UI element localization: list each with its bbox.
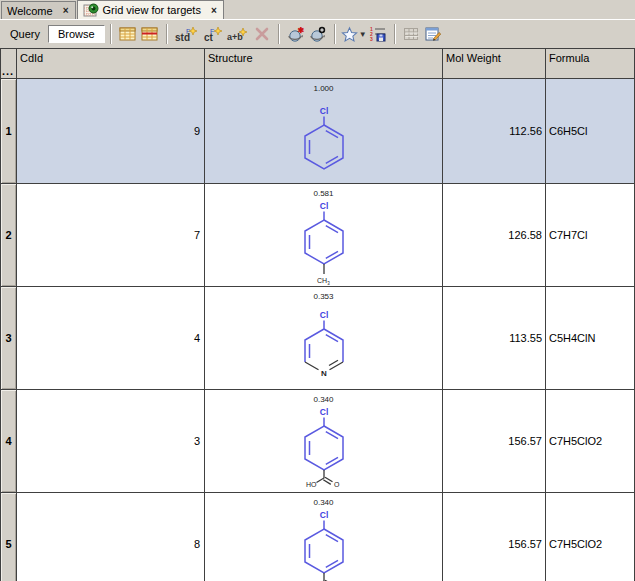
- dropdown-arrow-icon: ▼: [359, 30, 367, 39]
- similarity-value: 0.581: [313, 189, 333, 198]
- structure-cell[interactable]: 0.581 Cl CH3: [205, 184, 443, 287]
- cdid-cell[interactable]: 9: [17, 79, 205, 184]
- cdid-cell[interactable]: 8: [17, 493, 205, 581]
- atom-label-cl: Cl: [319, 407, 328, 417]
- grid-icon-disabled: [401, 23, 423, 45]
- atom-label-ho: HO: [306, 481, 317, 488]
- column-header-cdid[interactable]: CdId: [17, 49, 205, 79]
- structure-cell[interactable]: 1.000 Cl: [205, 79, 443, 184]
- cdid-cell[interactable]: 3: [17, 390, 205, 493]
- toolbar: Query Browse std F ct F a: [0, 20, 635, 49]
- standardize-icon[interactable]: std F: [173, 23, 199, 45]
- molecule-chloropyridine: Cl N: [279, 301, 369, 389]
- atom-label-cl: Cl: [319, 106, 328, 116]
- convert-structure-icon[interactable]: ct F: [199, 23, 225, 45]
- atom-label-o: O: [334, 481, 340, 488]
- delete-icon-disabled: [251, 23, 273, 45]
- table-row: 1 9 1.000 Cl 112.56 C6H5Cl: [1, 79, 635, 184]
- row-selector-1[interactable]: 1: [1, 79, 17, 184]
- tab-welcome-close-icon[interactable]: ×: [63, 5, 69, 16]
- similarity-value: 0.340: [313, 395, 333, 404]
- structure-cell[interactable]: 0.340 Cl HO O: [205, 390, 443, 493]
- edit-form-icon[interactable]: [423, 23, 445, 45]
- mol-weight-cell[interactable]: 113.55: [443, 287, 546, 390]
- molecule-chlorotoluene: Cl CH3: [279, 198, 369, 286]
- save-list-icon[interactable]: 1 2 3: [367, 23, 389, 45]
- table-row: 3 4 0.353 Cl N 113.55 C5H4ClN: [1, 287, 635, 390]
- mol-weight-cell[interactable]: 112.56: [443, 79, 546, 184]
- svg-text:3: 3: [370, 36, 373, 42]
- tab-welcome-label: Welcome: [7, 5, 53, 17]
- tab-welcome[interactable]: Welcome ×: [1, 1, 76, 19]
- formula-cell[interactable]: C5H4ClN: [546, 287, 635, 390]
- similarity-value: 0.353: [313, 292, 333, 301]
- molecule-chlorobenzene: Cl: [279, 93, 369, 183]
- db-refresh-new-icon[interactable]: ✱: [285, 23, 307, 45]
- tab-bar: Welcome × Grid view for targets ×: [0, 0, 635, 20]
- atom-label-cl: Cl: [319, 310, 328, 320]
- atom-label-ch3: CH3: [317, 277, 330, 286]
- table-row: 2 7 0.581 Cl CH3 126.58 C7H7Cl: [1, 184, 635, 287]
- svg-text:F: F: [210, 28, 214, 35]
- db-add-icon[interactable]: [307, 23, 329, 45]
- molecule-chlorobenzoic-acid: Cl HO O: [279, 404, 369, 492]
- grid-view-alt-icon[interactable]: [139, 23, 161, 45]
- toolbar-separator: [278, 24, 280, 44]
- row-selector-5[interactable]: 5: [1, 493, 17, 581]
- row-selector-2[interactable]: 2: [1, 184, 17, 287]
- tab-grid-view-label: Grid view for targets: [103, 4, 201, 16]
- mol-weight-cell[interactable]: 156.57: [443, 390, 546, 493]
- atom-label-n: N: [321, 369, 327, 378]
- formula-cell[interactable]: C7H5ClO2: [546, 493, 635, 581]
- column-header-formula[interactable]: Formula: [546, 49, 635, 79]
- atom-label-cl: Cl: [319, 201, 328, 211]
- combine-ab-icon[interactable]: a+b: [225, 23, 251, 45]
- svg-text:✱: ✱: [297, 26, 304, 35]
- table-row: 4 3 0.340 Cl HO O 156.57 C7H5ClO2: [1, 390, 635, 493]
- similarity-value: 1.000: [313, 84, 333, 93]
- structure-cell[interactable]: 0.340 Cl HO O: [205, 493, 443, 581]
- svg-text:a+b: a+b: [227, 32, 243, 42]
- row-selector-3[interactable]: 3: [1, 287, 17, 390]
- similarity-value: 0.340: [313, 498, 333, 507]
- formula-cell[interactable]: C6H5Cl: [546, 79, 635, 184]
- row-selector-4[interactable]: 4: [1, 390, 17, 493]
- molecule-chlorobenzoic-acid: Cl HO O: [279, 507, 369, 581]
- column-options-button[interactable]: ...: [1, 49, 17, 79]
- atom-label-cl: Cl: [319, 510, 328, 520]
- column-header-structure[interactable]: Structure: [205, 49, 443, 79]
- results-grid: ... CdId Structure Mol Weight Formula 1 …: [0, 48, 635, 581]
- grid-header-row: ... CdId Structure Mol Weight Formula: [1, 49, 635, 79]
- formula-cell[interactable]: C7H5ClO2: [546, 390, 635, 493]
- grid-view-icon[interactable]: [117, 23, 139, 45]
- favorites-star-dropdown-icon[interactable]: ▼: [341, 23, 367, 45]
- tab-grid-view-for-targets[interactable]: Grid view for targets ×: [77, 0, 224, 19]
- table-row: 5 8 0.340 Cl HO O 156.57 C7H5ClO2: [1, 493, 635, 581]
- mol-weight-cell[interactable]: 126.58: [443, 184, 546, 287]
- formula-cell[interactable]: C7H7Cl: [546, 184, 635, 287]
- mol-weight-cell[interactable]: 156.57: [443, 493, 546, 581]
- toolbar-separator: [166, 24, 168, 44]
- toolbar-separator: [394, 24, 396, 44]
- column-header-mol-weight[interactable]: Mol Weight: [443, 49, 546, 79]
- toolbar-separator: [110, 24, 112, 44]
- tab-grid-view-close-icon[interactable]: ×: [211, 5, 217, 16]
- grid-view-tab-icon: [83, 2, 99, 18]
- cdid-cell[interactable]: 4: [17, 287, 205, 390]
- cdid-cell[interactable]: 7: [17, 184, 205, 287]
- structure-cell[interactable]: 0.353 Cl N: [205, 287, 443, 390]
- query-button[interactable]: Query: [4, 26, 46, 42]
- toolbar-separator: [334, 24, 336, 44]
- browse-button[interactable]: Browse: [48, 25, 105, 43]
